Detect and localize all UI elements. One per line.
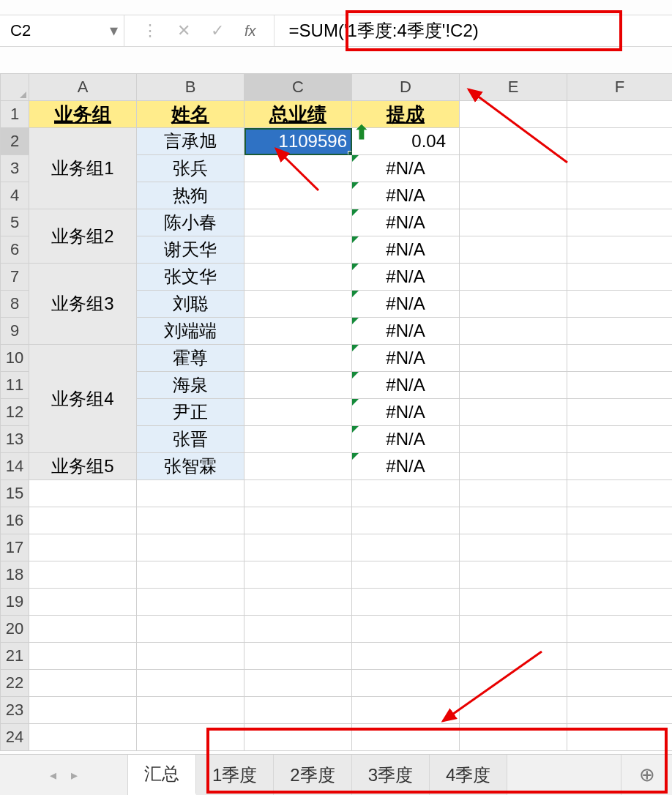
cell-D3[interactable]: #N/A <box>352 155 460 182</box>
cell-A23[interactable] <box>29 697 137 724</box>
cell-F15[interactable] <box>567 480 673 507</box>
tab-next-icon[interactable]: ▸ <box>71 767 78 783</box>
cell-D6[interactable]: #N/A <box>352 236 460 264</box>
cell-E15[interactable] <box>460 480 567 507</box>
cell-C20[interactable] <box>244 616 352 643</box>
cell-B22[interactable] <box>137 670 244 697</box>
cell-D15[interactable] <box>352 480 460 507</box>
cell-F9[interactable] <box>567 318 673 345</box>
more-icon[interactable]: ⋮ <box>142 21 157 40</box>
cell-C13[interactable] <box>244 426 352 453</box>
cell-E8[interactable] <box>460 291 567 318</box>
cell-C22[interactable] <box>244 670 352 697</box>
cell-C18[interactable] <box>244 561 352 589</box>
cell-F24[interactable] <box>567 724 673 751</box>
col-header-E[interactable]: E <box>460 74 567 101</box>
cell-B13[interactable]: 张晋 <box>137 426 244 453</box>
cell-F2[interactable] <box>567 128 673 155</box>
cell-C1[interactable]: 总业绩 <box>244 101 352 128</box>
cell-D18[interactable] <box>352 561 460 589</box>
cell-B21[interactable] <box>137 643 244 670</box>
spreadsheet-grid[interactable]: A B C D E F 1业务组姓名总业绩提成2业务组1言承旭11095960.… <box>0 73 672 751</box>
cell-B15[interactable] <box>137 480 244 507</box>
cell-C5[interactable] <box>244 209 352 236</box>
tab-prev-icon[interactable]: ◂ <box>50 767 56 783</box>
cell-B2[interactable]: 言承旭 <box>137 128 244 155</box>
cell-D10[interactable]: #N/A <box>352 345 460 372</box>
name-box[interactable]: C2 ▾ <box>0 15 124 46</box>
cell-C15[interactable] <box>244 480 352 507</box>
cell-A24[interactable] <box>29 724 137 751</box>
cell-F12[interactable] <box>567 399 673 426</box>
cell-F20[interactable] <box>567 616 673 643</box>
cell-A2[interactable]: 业务组1 <box>29 128 137 209</box>
cell-E5[interactable] <box>460 209 567 236</box>
col-header-B[interactable]: B <box>137 74 244 101</box>
cell-E11[interactable] <box>460 372 567 399</box>
cell-E1[interactable] <box>460 101 567 128</box>
cell-B17[interactable] <box>137 534 244 561</box>
cell-E24[interactable] <box>460 724 567 751</box>
row-header-5[interactable]: 5 <box>1 209 29 236</box>
cell-B14[interactable]: 张智霖 <box>137 453 244 480</box>
cell-F4[interactable] <box>567 182 673 209</box>
row-header-2[interactable]: 2 <box>1 128 29 155</box>
cell-B9[interactable]: 刘端端 <box>137 318 244 345</box>
cell-F22[interactable] <box>567 670 673 697</box>
cell-B3[interactable]: 张兵 <box>137 155 244 182</box>
cell-C14[interactable] <box>244 453 352 480</box>
col-header-F[interactable]: F <box>567 74 673 101</box>
cell-F14[interactable] <box>567 453 673 480</box>
cell-B16[interactable] <box>137 507 244 534</box>
cell-E2[interactable] <box>460 128 567 155</box>
cell-D8[interactable]: #N/A <box>352 291 460 318</box>
cell-E6[interactable] <box>460 236 567 264</box>
row-header-16[interactable]: 16 <box>1 507 29 534</box>
row-header-18[interactable]: 18 <box>1 561 29 589</box>
cell-E19[interactable] <box>460 589 567 616</box>
cell-E12[interactable] <box>460 399 567 426</box>
fx-icon[interactable]: fx <box>244 23 256 40</box>
cell-F5[interactable] <box>567 209 673 236</box>
cell-A1[interactable]: 业务组 <box>29 101 137 128</box>
add-sheet-button[interactable]: ⊕ <box>621 755 672 795</box>
cell-E23[interactable] <box>460 697 567 724</box>
row-header-11[interactable]: 11 <box>1 372 29 399</box>
row-header-17[interactable]: 17 <box>1 534 29 561</box>
cell-A5[interactable]: 业务组2 <box>29 209 137 264</box>
cell-D16[interactable] <box>352 507 460 534</box>
cell-B7[interactable]: 张文华 <box>137 264 244 291</box>
cell-F17[interactable] <box>567 534 673 561</box>
row-header-20[interactable]: 20 <box>1 616 29 643</box>
row-header-23[interactable]: 23 <box>1 697 29 724</box>
cell-C4[interactable] <box>244 182 352 209</box>
cell-B6[interactable]: 谢天华 <box>137 236 244 264</box>
cell-D11[interactable]: #N/A <box>352 372 460 399</box>
row-header-22[interactable]: 22 <box>1 670 29 697</box>
cell-A10[interactable]: 业务组4 <box>29 345 137 453</box>
cell-E3[interactable] <box>460 155 567 182</box>
cell-F8[interactable] <box>567 291 673 318</box>
cell-F18[interactable] <box>567 561 673 589</box>
cell-D5[interactable]: #N/A <box>352 209 460 236</box>
cell-B19[interactable] <box>137 589 244 616</box>
sheet-tab-2季度[interactable]: 2季度 <box>274 755 351 795</box>
cell-F7[interactable] <box>567 264 673 291</box>
row-header-15[interactable]: 15 <box>1 480 29 507</box>
cell-D19[interactable] <box>352 589 460 616</box>
col-header-A[interactable]: A <box>29 74 137 101</box>
cell-E21[interactable] <box>460 643 567 670</box>
row-header-7[interactable]: 7 <box>1 264 29 291</box>
cell-C3[interactable] <box>244 155 352 182</box>
row-header-6[interactable]: 6 <box>1 236 29 264</box>
select-all-corner[interactable] <box>1 74 29 101</box>
cell-C11[interactable] <box>244 372 352 399</box>
cell-C7[interactable] <box>244 264 352 291</box>
cell-A19[interactable] <box>29 589 137 616</box>
row-header-4[interactable]: 4 <box>1 182 29 209</box>
cell-C6[interactable] <box>244 236 352 264</box>
cell-B1[interactable]: 姓名 <box>137 101 244 128</box>
row-header-8[interactable]: 8 <box>1 291 29 318</box>
cell-D9[interactable]: #N/A <box>352 318 460 345</box>
cell-D7[interactable]: #N/A <box>352 264 460 291</box>
